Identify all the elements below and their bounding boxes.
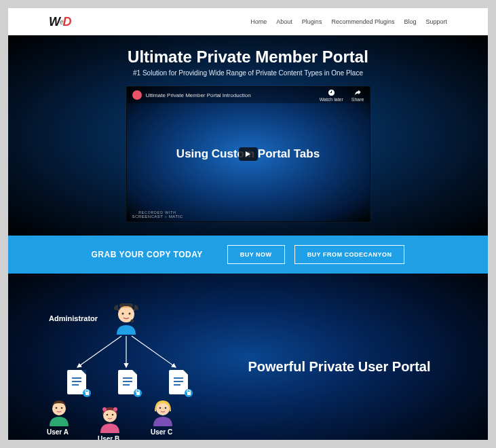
share-icon bbox=[354, 89, 362, 96]
svg-point-12 bbox=[102, 407, 107, 411]
svg-point-13 bbox=[113, 407, 117, 411]
nav-recommended-plugins[interactable]: Recommended Plugins bbox=[331, 18, 394, 25]
hero-section: Ultimate Private Member Portal #1 Soluti… bbox=[8, 35, 488, 236]
hero-subtitle: #1 Solution for Providing Wide Range of … bbox=[8, 69, 488, 77]
nav-about[interactable]: About bbox=[276, 18, 292, 25]
video-watermark: RECORDED WITH SCREENCAST ○ MATIC bbox=[132, 210, 183, 219]
channel-avatar-icon[interactable] bbox=[132, 90, 142, 100]
clock-icon bbox=[328, 89, 335, 96]
user-a-label: User A bbox=[47, 428, 69, 436]
feature-diagram: Administrator bbox=[8, 274, 248, 440]
feature-section: Administrator bbox=[8, 274, 488, 440]
svg-point-17 bbox=[159, 407, 161, 409]
user-c-label: User C bbox=[151, 428, 172, 436]
hero-title: Ultimate Private Member Portal bbox=[8, 48, 488, 67]
buy-codecanyon-button[interactable]: BUY FROM CODECANYON bbox=[294, 245, 405, 264]
feature-title: Powerful Private User Portal bbox=[248, 359, 431, 375]
svg-line-5 bbox=[77, 336, 121, 367]
svg-point-14 bbox=[107, 414, 109, 416]
share-button[interactable]: Share bbox=[351, 89, 364, 102]
svg-point-10 bbox=[61, 407, 63, 409]
svg-point-3 bbox=[129, 313, 131, 315]
user-a-avatar-icon bbox=[45, 399, 73, 426]
watch-later-button[interactable]: Watch later bbox=[320, 89, 343, 102]
user-c-avatar-icon bbox=[149, 399, 176, 426]
video-player[interactable]: Ultimate Private Member Portal Introduct… bbox=[126, 86, 370, 222]
nav-home[interactable]: Home bbox=[250, 18, 267, 25]
user-b-label: User B bbox=[98, 435, 119, 440]
nav-support[interactable]: Support bbox=[425, 18, 447, 25]
video-title: Ultimate Private Member Portal Introduct… bbox=[146, 92, 251, 98]
user-b-avatar-icon bbox=[96, 406, 123, 433]
cta-label: GRAB YOUR COPY TODAY bbox=[92, 250, 203, 259]
play-button[interactable] bbox=[239, 147, 258, 161]
svg-point-9 bbox=[56, 407, 58, 409]
nav-plugins[interactable]: Plugins bbox=[302, 18, 322, 25]
video-top-bar: Ultimate Private Member Portal Introduct… bbox=[127, 87, 370, 103]
cta-bar: GRAB YOUR COPY TODAY BUY NOW BUY FROM CO… bbox=[8, 236, 488, 274]
document-lock-icon bbox=[168, 369, 191, 396]
svg-point-4 bbox=[131, 320, 134, 323]
administrator-label: Administrator bbox=[49, 314, 98, 322]
site-header: WeD Home About Plugins Recommended Plugi… bbox=[8, 8, 488, 35]
site-logo[interactable]: WeD bbox=[49, 15, 71, 29]
nav-blog[interactable]: Blog bbox=[404, 18, 416, 25]
document-lock-icon bbox=[66, 369, 89, 396]
document-lock-icon bbox=[117, 369, 140, 396]
administrator-avatar-icon bbox=[110, 302, 142, 335]
svg-line-7 bbox=[132, 336, 176, 367]
svg-point-2 bbox=[122, 313, 124, 315]
buy-now-button[interactable]: BUY NOW bbox=[227, 245, 285, 264]
svg-point-15 bbox=[112, 414, 114, 416]
main-nav: Home About Plugins Recommended Plugins B… bbox=[250, 18, 447, 25]
svg-point-18 bbox=[165, 407, 167, 409]
